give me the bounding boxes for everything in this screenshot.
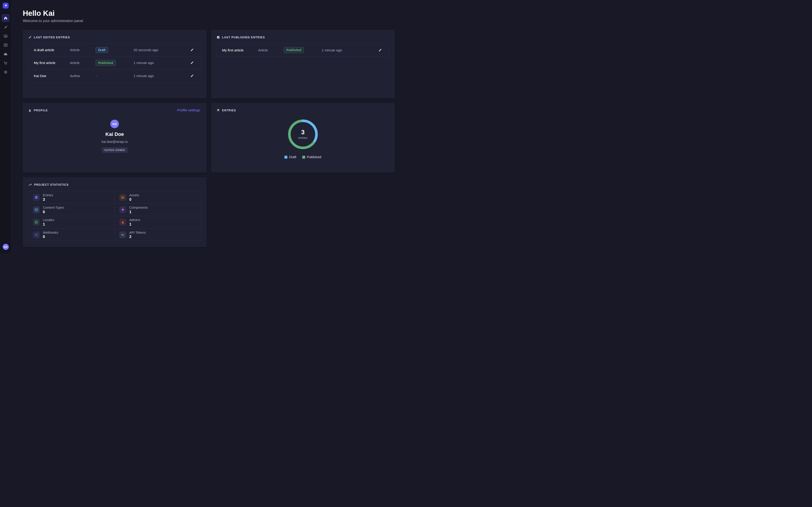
content-types-icon [33, 207, 40, 213]
published-swatch [302, 156, 305, 159]
pencil-icon [190, 74, 194, 78]
edit-entry-button[interactable] [376, 47, 384, 54]
stat-label: Assets [129, 193, 139, 197]
card-title: PROJECT STATISTICS [34, 183, 68, 186]
user-avatar-menu[interactable]: KD [3, 244, 9, 250]
page-subtitle: Welcome to your administration panel [23, 19, 395, 23]
stat-entries: Entries 3 [29, 191, 114, 204]
entry-name: Kai Doe [34, 74, 70, 78]
legend-label: Draft [289, 155, 296, 159]
stat-label: Admins [129, 218, 140, 222]
avatar: KD [110, 120, 119, 128]
sidebar-item-settings[interactable] [2, 68, 9, 76]
entry-name: A draft article [34, 48, 70, 52]
table-row: My first article Article Published 1 min… [29, 57, 201, 69]
pencil-icon [190, 48, 194, 52]
marketplace-cart-icon [4, 61, 8, 65]
stat-label: Components [129, 206, 148, 209]
sidebar-item-content-manager[interactable] [2, 23, 9, 31]
profile-card: PROFILE Profile settings KD Kai Doe kai.… [23, 103, 207, 173]
sidebar-item-marketplace[interactable] [2, 59, 9, 67]
sidebar-item-cloud[interactable] [2, 51, 9, 58]
entry-kind: Article [70, 61, 96, 65]
profile-body: KD Kai Doe kai.doe@strapi.io SUPER ADMIN [23, 112, 207, 153]
logo-area [0, 0, 11, 11]
entry-time: 1 minute ago [134, 74, 188, 78]
entry-kind: Article [258, 48, 284, 52]
person-icon [28, 109, 32, 112]
stat-label: Content-Types [43, 206, 64, 209]
entries-donut: 3 entries [286, 117, 320, 151]
trending-up-icon [28, 183, 32, 186]
table-row: A draft article Article Draft 20 seconds… [29, 44, 201, 57]
strapi-logo[interactable] [3, 3, 9, 9]
stat-value: 3 [43, 198, 53, 202]
entry-time: 1 minute ago [322, 48, 377, 52]
card-title: ENTRIES [222, 109, 236, 112]
entry-time: 1 minute ago [134, 61, 188, 65]
entry-kind: Author [70, 74, 96, 78]
card-header: LAST EDITED ENTRIES [23, 30, 207, 39]
card-header: LAST PUBLISHED ENTRIES [211, 30, 395, 39]
stat-locales: Locales 1 [29, 216, 114, 228]
settings-gear-icon [4, 70, 8, 74]
stat-api-tokens: API Tokens 2 [114, 228, 201, 241]
content-manager-pen-icon [4, 25, 8, 29]
table-row: My first article Article Published 1 min… [217, 44, 389, 57]
stat-label: Locales [43, 218, 54, 222]
assets-image-icon [119, 194, 126, 201]
legend-label: Published [307, 155, 321, 159]
profile-email: kai.doe@strapi.io [101, 140, 128, 144]
stat-value: 6 [43, 210, 64, 214]
entry-time: 20 seconds ago [134, 48, 188, 52]
layers-icon [216, 109, 220, 112]
components-puzzle-icon [119, 207, 126, 213]
admins-user-icon [119, 219, 126, 226]
stat-value: 2 [129, 235, 146, 239]
entries-box-icon [33, 194, 40, 201]
cloud-icon [4, 52, 8, 56]
profile-name: Kai Doe [105, 131, 124, 137]
table-row: Kai Doe Author - 1 minute ago [29, 69, 201, 82]
page-title: Hello Kai [23, 9, 395, 17]
sidebar-item-home[interactable] [2, 14, 9, 22]
content-type-builder-icon [4, 43, 8, 47]
last-published-table: My first article Article Published 1 min… [216, 44, 390, 57]
stat-admins: Admins 1 [114, 216, 201, 228]
stat-value: 0 [43, 235, 58, 239]
last-edited-entries-card: LAST EDITED ENTRIES A draft article Arti… [23, 30, 207, 98]
stat-value: 1 [129, 222, 140, 226]
entry-name: My first article [222, 48, 258, 52]
project-statistics-card: PROJECT STATISTICS Entries 3 [23, 177, 207, 247]
donut-legend: Draft Published [211, 155, 395, 159]
stat-content-types: Content-Types 6 [29, 204, 114, 216]
pencil-icon [378, 48, 382, 52]
stat-assets: Assets 0 [114, 191, 201, 204]
legend-item-published: Published [302, 155, 321, 159]
sidebar: KD [0, 0, 11, 253]
edit-entry-button[interactable] [188, 72, 196, 79]
stat-webhooks: Webhooks 0 [29, 228, 114, 241]
webhooks-icon [33, 231, 40, 238]
stat-label: API Tokens [129, 231, 146, 234]
edit-entry-button[interactable] [188, 46, 196, 54]
entries-card: ENTRIES 3 entries Draft [211, 103, 395, 173]
sidebar-item-content-type-builder[interactable] [2, 42, 9, 49]
stat-value: 1 [129, 210, 148, 214]
stat-value: 1 [43, 222, 54, 226]
profile-settings-link[interactable]: Profile settings [177, 108, 200, 112]
card-title: LAST PUBLISHED ENTRIES [222, 36, 265, 39]
locales-globe-icon [33, 219, 40, 226]
home-icon [4, 16, 8, 20]
sidebar-item-media-library[interactable] [2, 33, 9, 40]
stat-value: 0 [129, 198, 139, 202]
card-title: PROFILE [34, 109, 48, 112]
status-badge: Published [96, 60, 116, 66]
legend-item-draft: Draft [285, 155, 296, 159]
edit-entry-button[interactable] [188, 59, 196, 66]
entry-name: My first article [34, 61, 70, 65]
stat-components: Components 1 [114, 204, 201, 216]
media-library-icon [4, 34, 8, 38]
stat-label: Webhooks [43, 231, 58, 234]
pencil-icon [28, 36, 32, 39]
